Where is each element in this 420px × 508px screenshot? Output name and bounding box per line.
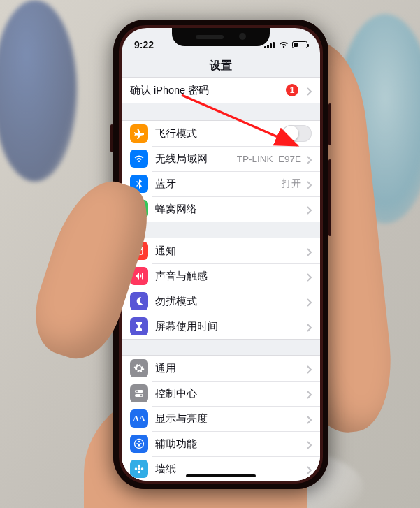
row-control-center[interactable]: 控制中心 bbox=[122, 381, 320, 406]
hourglass-icon bbox=[130, 317, 148, 335]
row-general[interactable]: 通用 bbox=[122, 356, 320, 381]
row-label: 蓝牙 bbox=[155, 177, 282, 191]
row-label: 勿扰模式 bbox=[155, 295, 301, 308]
chevron-right-icon bbox=[307, 440, 312, 448]
svg-point-9 bbox=[138, 465, 140, 467]
chevron-right-icon bbox=[307, 465, 312, 473]
notification-badge: 1 bbox=[286, 84, 298, 96]
svg-point-4 bbox=[136, 391, 138, 393]
chevron-right-icon bbox=[307, 247, 312, 255]
cellular-icon bbox=[130, 200, 148, 218]
row-accessibility[interactable]: 辅助功能 bbox=[122, 431, 320, 456]
airplane-icon bbox=[130, 124, 148, 143]
row-label: 辅助功能 bbox=[155, 437, 301, 451]
settings-list[interactable]: 确认 iPhone 密码 1 飞行模式 无线局域网 TP-LINK_E97E bbox=[122, 77, 320, 481]
svg-point-11 bbox=[135, 467, 138, 470]
svg-point-5 bbox=[140, 395, 143, 397]
gear-icon bbox=[130, 359, 148, 377]
row-label: 墙纸 bbox=[155, 463, 301, 476]
row-label: 通知 bbox=[155, 245, 301, 258]
svg-point-7 bbox=[138, 441, 140, 443]
row-value: 打开 bbox=[282, 177, 301, 190]
bell-icon bbox=[130, 242, 148, 260]
row-dnd[interactable]: 勿扰模式 bbox=[122, 289, 320, 314]
row-confirm-password[interactable]: 确认 iPhone 密码 1 bbox=[122, 78, 320, 103]
row-value: TP-LINK_E97E bbox=[237, 154, 301, 164]
svg-point-12 bbox=[141, 467, 144, 470]
wifi-status-icon bbox=[279, 41, 289, 48]
chevron-right-icon bbox=[307, 205, 312, 213]
chevron-right-icon bbox=[307, 154, 312, 163]
aa-icon: AA bbox=[130, 409, 148, 428]
row-wifi[interactable]: 无线局域网 TP-LINK_E97E bbox=[122, 146, 320, 171]
row-label: 通用 bbox=[155, 362, 301, 375]
phone-frame: 9:22 设置 确认 iPhone 密码 1 bbox=[113, 20, 328, 489]
chevron-right-icon bbox=[307, 414, 312, 423]
flower-icon bbox=[130, 460, 148, 478]
airplane-toggle[interactable] bbox=[282, 125, 312, 142]
home-indicator[interactable] bbox=[186, 474, 256, 477]
chevron-right-icon bbox=[307, 297, 312, 305]
status-time: 9:22 bbox=[134, 39, 154, 50]
row-bluetooth[interactable]: 蓝牙 打开 bbox=[122, 171, 320, 196]
row-sounds[interactable]: 声音与触感 bbox=[122, 263, 320, 289]
row-label: 无线局域网 bbox=[155, 152, 237, 166]
row-label: 屏幕使用时间 bbox=[155, 320, 301, 333]
battery-icon bbox=[292, 41, 307, 48]
svg-point-1 bbox=[140, 247, 143, 250]
row-airplane-mode[interactable]: 飞行模式 bbox=[122, 121, 320, 146]
row-label: 确认 iPhone 密码 bbox=[130, 84, 286, 97]
chevron-right-icon bbox=[307, 86, 312, 94]
chevron-right-icon bbox=[307, 389, 312, 398]
chevron-right-icon bbox=[307, 180, 312, 188]
speaker-icon bbox=[130, 267, 148, 285]
chevron-right-icon bbox=[307, 272, 312, 280]
wifi-icon bbox=[130, 150, 148, 168]
notch bbox=[172, 28, 270, 46]
row-label: 声音与触感 bbox=[155, 270, 301, 283]
row-label: 飞行模式 bbox=[155, 127, 282, 140]
screen: 9:22 设置 确认 iPhone 密码 1 bbox=[122, 28, 320, 481]
row-notifications[interactable]: 通知 bbox=[122, 238, 320, 263]
row-label: 控制中心 bbox=[155, 387, 301, 400]
moon-icon bbox=[130, 292, 148, 310]
switches-icon bbox=[130, 384, 148, 402]
row-label: 蜂窝网络 bbox=[155, 203, 301, 216]
row-screentime[interactable]: 屏幕使用时间 bbox=[122, 314, 320, 339]
svg-point-8 bbox=[138, 467, 140, 470]
svg-point-10 bbox=[138, 471, 140, 474]
row-label: 显示与亮度 bbox=[155, 412, 301, 426]
bluetooth-icon bbox=[130, 175, 148, 193]
row-display[interactable]: AA 显示与亮度 bbox=[122, 406, 320, 431]
row-cellular[interactable]: 蜂窝网络 bbox=[122, 196, 320, 222]
chevron-right-icon bbox=[307, 322, 312, 331]
accessibility-icon bbox=[130, 435, 148, 453]
chevron-right-icon bbox=[307, 364, 312, 372]
